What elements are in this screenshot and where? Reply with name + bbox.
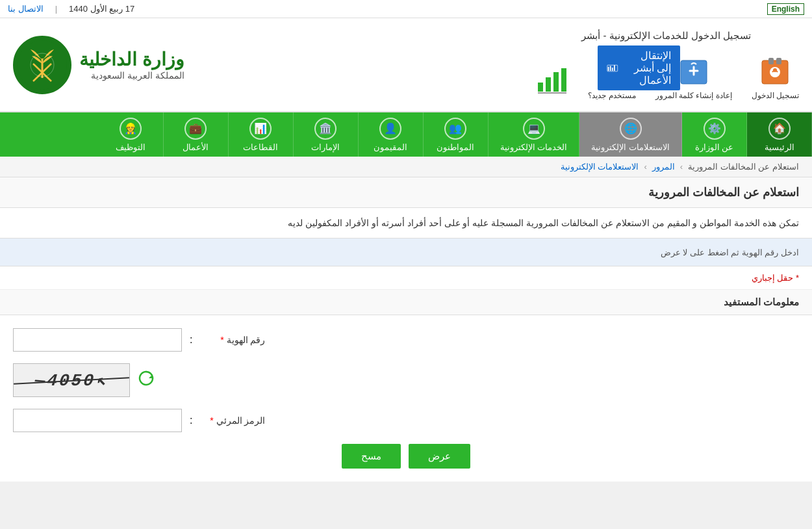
nav-label-residents: المقيمون: [374, 142, 407, 152]
breadcrumb-current: استعلام عن المخالفات المرورية: [688, 162, 799, 172]
section-header: معلومات المستفيد: [0, 290, 812, 315]
about-icon: ⚙️: [704, 118, 726, 140]
page-title: استعلام عن المخالفات المرورية: [648, 186, 799, 199]
svg-rect-11: [561, 68, 566, 92]
nav-item-home[interactable]: 🏠 الرئيسية: [747, 112, 812, 157]
buttons-row: عرض مسح: [13, 444, 799, 469]
eservices-icon: 💻: [523, 118, 545, 140]
nav-item-residents[interactable]: 👤 المقيمون: [359, 112, 424, 157]
top-bar-left: English: [767, 3, 804, 15]
svg-rect-2: [776, 58, 781, 64]
captcha-required-star: *: [210, 415, 213, 426]
stats-icon: [533, 62, 568, 97]
svg-rect-15: [612, 68, 613, 71]
register-label: تسجيل الدخول: [752, 91, 799, 100]
info-bar: ادخل رقم الهوية ثم اضغط على لا عرض: [0, 239, 812, 266]
captcha-input-row: الرمز المرئي * :: [13, 409, 799, 432]
top-bar: English 17 ربيع الأول 1440 | الاتصال بنا: [0, 0, 812, 18]
breadcrumb-sep-2: ›: [644, 162, 646, 172]
nav-item-business[interactable]: 💼 الأعمال: [164, 112, 229, 157]
breadcrumb-link-einquiry[interactable]: الاستعلامات الإلكترونية: [561, 162, 639, 172]
citizens-icon: 👥: [444, 118, 466, 140]
id-number-input[interactable]: [13, 328, 182, 352]
svg-rect-16: [614, 65, 615, 71]
captcha-colon: :: [190, 415, 192, 426]
header-title: تسجيل الدخول للخدمات الإلكترونية - أبشر: [581, 30, 751, 42]
id-colon: :: [190, 334, 192, 346]
form-area: رقم الهوية * : ↖4050—: [0, 315, 812, 482]
required-note: * حقل إجباري: [0, 266, 812, 290]
business-icon: 💼: [184, 118, 207, 140]
nav-label-einquiry: الاستعلامات الإلكترونية: [591, 142, 670, 152]
reset-icon: [676, 53, 711, 88]
captcha-refresh-icon[interactable]: [138, 370, 155, 391]
emirates-icon: 🏛️: [314, 118, 336, 140]
stats-option[interactable]: [533, 62, 568, 100]
info-text: ادخل رقم الهوية ثم اضغط على لا عرض: [661, 248, 799, 257]
breadcrumb-link-traffic[interactable]: المرور: [652, 162, 675, 172]
business-banner-text: الإنتقال إلى أبشر الأعمال: [625, 49, 671, 86]
logo-area: وزارة الداخلية المملكة العربية السعودية: [13, 36, 184, 94]
logo-subtitle: المملكة العربية السعودية: [79, 70, 184, 81]
nav-label-sectors: القطاعات: [243, 142, 278, 152]
header: تسجيل الدخول للخدمات الإلكترونية - أبشر: [0, 18, 812, 112]
svg-rect-10: [553, 72, 559, 92]
separator: |: [55, 4, 57, 14]
nav-label-eservices: الخدمات الإلكترونية: [500, 142, 568, 152]
home-icon: 🏠: [768, 118, 791, 140]
nav-item-eservices[interactable]: 💻 الخدمات الإلكترونية: [488, 112, 580, 157]
english-link[interactable]: English: [767, 3, 804, 15]
reset-label: إعادة إنشاء كلمة المرور: [655, 91, 732, 100]
nav-item-about[interactable]: ⚙️ عن الوزارة: [682, 112, 747, 157]
id-number-row: رقم الهوية * :: [13, 328, 799, 352]
main-content: استعلام عن المخالفات المرورية تمكن هذه ا…: [0, 177, 812, 482]
nav-item-emirates[interactable]: 🏛️ الإمارات: [294, 112, 359, 157]
register-icon: [757, 53, 793, 88]
captcha-image: ↖4050—: [13, 363, 130, 397]
date-label: 17 ربيع الأول 1440: [69, 4, 134, 14]
residents-icon: 👤: [379, 118, 401, 140]
svg-rect-14: [610, 66, 611, 70]
nav-item-citizens[interactable]: 👥 المواطنون: [424, 112, 488, 157]
breadcrumb: استعلام عن المخالفات المرورية › المرور ›…: [0, 157, 812, 177]
nav-item-sectors[interactable]: 📊 القطاعات: [229, 112, 294, 157]
nav-item-employment[interactable]: 👷 التوظيف: [99, 112, 164, 157]
id-number-label: رقم الهوية *: [200, 335, 265, 345]
employment-icon: 👷: [120, 118, 142, 140]
top-bar-right: 17 ربيع الأول 1440 | الاتصال بنا: [8, 4, 134, 14]
svg-marker-19: [149, 374, 153, 378]
clear-button[interactable]: مسح: [342, 444, 401, 469]
svg-rect-9: [546, 77, 551, 92]
einquiry-icon: 🌐: [620, 118, 642, 140]
description-text: تمكن هذه الخدمة المواطن و المقيم من الاس…: [288, 218, 799, 228]
nav-label-business: الأعمال: [183, 142, 209, 152]
nav-item-einquiry[interactable]: 🌐 الاستعلامات الإلكترونية: [579, 112, 682, 157]
view-button[interactable]: عرض: [409, 444, 470, 469]
nav-label-about: عن الوزارة: [695, 142, 734, 152]
logo-title: وزارة الداخلية: [79, 49, 184, 70]
breadcrumb-sep-1: ›: [680, 162, 683, 172]
logo-text: وزارة الداخلية المملكة العربية السعودية: [79, 49, 184, 81]
description-bar: تمكن هذه الخدمة المواطن و المقيم من الاس…: [0, 208, 812, 239]
svg-rect-8: [538, 83, 543, 92]
svg-point-4: [773, 68, 777, 72]
main-nav: 🏠 الرئيسية ⚙️ عن الوزارة 🌐 الاستعلامات ا…: [0, 112, 812, 157]
captcha-label: الرمز المرئي *: [200, 415, 265, 426]
register-login-option[interactable]: تسجيل الدخول: [752, 53, 799, 100]
sectors-icon: 📊: [249, 118, 272, 140]
captcha-row: ↖4050—: [13, 363, 799, 397]
svg-rect-13: [608, 66, 609, 70]
business-banner[interactable]: الإنتقال إلى أبشر الأعمال: [598, 45, 680, 90]
svg-rect-1: [768, 58, 774, 64]
nav-label-emirates: الإمارات: [311, 142, 340, 152]
page-title-bar: استعلام عن المخالفات المرورية: [0, 177, 812, 208]
captcha-input[interactable]: [13, 409, 182, 432]
nav-label-citizens: المواطنون: [437, 142, 474, 152]
section-header-text: معلومات المستفيد: [724, 296, 799, 307]
nav-label-employment: التوظيف: [116, 142, 146, 152]
required-note-text: * حقل إجباري: [752, 273, 799, 283]
logo-circle: [13, 36, 71, 94]
new-user-label: مستخدم جديد؟: [588, 91, 635, 100]
nav-label-home: الرئيسية: [765, 142, 794, 152]
contact-label[interactable]: الاتصال بنا: [8, 4, 44, 14]
